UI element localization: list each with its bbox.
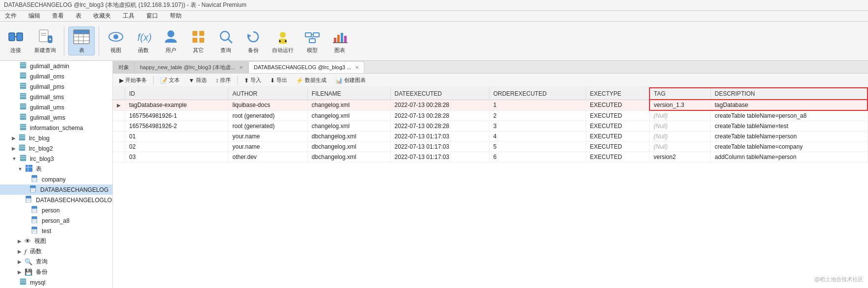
autorun-icon (274, 28, 292, 46)
menu-item-查看[interactable]: 查看 (49, 11, 67, 21)
sidebar-item-company[interactable]: company (0, 174, 112, 184)
menu-item-文件[interactable]: 文件 (2, 11, 20, 21)
svg-rect-37 (334, 38, 336, 43)
table-row[interactable]: 1657564981926-2root (generated)changelog… (113, 121, 868, 131)
table-row[interactable]: 1657564981926-1root (generated)changelog… (113, 110, 868, 121)
col-header-orderexecuted[interactable]: ORDEREXECUTED (489, 88, 586, 100)
col-header-dateexecuted[interactable]: DATEEXECUTED (390, 88, 489, 100)
tab-close-dbchangelog[interactable]: ✕ (355, 65, 359, 70)
svg-rect-84 (26, 196, 31, 198)
sidebar-item-tables_group[interactable]: ▼表 (0, 164, 112, 174)
sub-btn-export[interactable]: ⬇导出 (267, 76, 291, 85)
sidebar-item-lrc_blog[interactable]: ▶lrc_blog (0, 133, 112, 143)
svg-point-16 (113, 34, 118, 39)
sidebar-icon-gulimall_pms (20, 82, 27, 91)
watermark: @稻土地合技术社区 (814, 276, 863, 283)
sidebar-label-tables_group: 表 (36, 165, 42, 173)
sidebar-item-backup_group[interactable]: ▶💾备份 (0, 267, 112, 277)
toolbar-autorun[interactable]: 自动运行 (268, 27, 298, 55)
cell-exectype: EXECUTED (586, 142, 650, 152)
sub-btn-text[interactable]: 📝文本 (157, 76, 183, 85)
sub-btn-filter[interactable]: ▼筛选 (185, 76, 210, 85)
menu-item-工具[interactable]: 工具 (120, 11, 137, 21)
cell-filename: dbchangelog.xml (307, 131, 390, 142)
expand-arrow-views_group: ▶ (18, 238, 22, 244)
col-header-description[interactable]: DESCRIPTION (710, 88, 868, 100)
toolbar-newquery[interactable]: 新建查询 (30, 27, 60, 55)
svg-marker-25 (247, 34, 251, 38)
toolbar-backup[interactable]: 备份 (241, 27, 266, 55)
backup-icon (244, 28, 262, 46)
toolbar-label-backup: 备份 (248, 47, 259, 54)
sidebar-item-views_group[interactable]: ▶👁视图 (0, 236, 112, 246)
sidebar-label-lrc_blog3: lrc_blog3 (30, 156, 54, 162)
toolbar-query[interactable]: 查询 (213, 27, 239, 55)
sidebar-item-gulimall_ums[interactable]: gulimall_ums (0, 102, 112, 112)
sidebar-label-gulimall_admin: gulimall_admin (30, 63, 69, 70)
toolbar-connect[interactable]: 连接 (3, 27, 28, 55)
sidebar-item-gulimall_pms[interactable]: gulimall_pms (0, 81, 112, 92)
sidebar-label-gulimall_ums: gulimall_ums (30, 104, 64, 111)
other-icon (190, 28, 207, 46)
menu-item-收藏夹[interactable]: 收藏夹 (90, 11, 114, 21)
sidebar-label-DATABASECHANGELOGLOCK: DATABASECHANGELOGLOCK (36, 197, 113, 204)
menu-item-帮助[interactable]: 帮助 (167, 11, 185, 21)
sidebar-item-gulimall_sms[interactable]: gulimall_sms (0, 92, 112, 102)
sub-btn-import[interactable]: ⬆导入 (241, 76, 265, 85)
toolbar-model[interactable]: 模型 (299, 27, 325, 55)
table-container: IDAUTHORFILENAMEDATEEXECUTEDORDEREXECUTE… (113, 87, 868, 288)
sidebar-icon-views_group: 👁 (25, 237, 31, 245)
sidebar-item-gulimall_wms[interactable]: gulimall_wms (0, 112, 112, 123)
expand-arrow-lrc_blog3: ▼ (12, 156, 17, 161)
sidebar-label-funcs_group: 函数 (30, 247, 42, 256)
table-row[interactable]: 03other.devdbchangelog.xml2022-07-13 01:… (113, 152, 868, 162)
sidebar-item-queries_group[interactable]: ▶🔍查询 (0, 257, 112, 267)
col-header-filename[interactable]: FILENAME (307, 88, 390, 100)
svg-rect-57 (20, 114, 26, 120)
sidebar-item-lrc_blog3[interactable]: ▼lrc_blog3 (0, 154, 112, 164)
sub-btn-createchart[interactable]: 📊创建图表 (332, 76, 369, 85)
toolbar-other[interactable]: 其它 (186, 27, 211, 55)
sidebar-item-test[interactable]: test (0, 226, 112, 236)
sidebar-item-gulimall_admin[interactable]: gulimall_admin (0, 61, 112, 71)
sidebar-icon-gulimall_wms (20, 113, 27, 122)
tab-obj[interactable]: 对象 (113, 61, 135, 73)
toolbar-func[interactable]: f(x)函数 (131, 27, 156, 55)
sub-btn-datagen[interactable]: ⚡数据生成 (293, 76, 330, 85)
sidebar-item-mysql[interactable]: mysql (0, 277, 112, 288)
table-row[interactable]: 01your.namedbchangelog.xml2022-07-13 01:… (113, 131, 868, 142)
menu-item-编辑[interactable]: 编辑 (26, 11, 43, 21)
toolbar-view[interactable]: 视图 (103, 27, 129, 55)
sidebar-item-funcs_group[interactable]: ▶𝑓函数 (0, 246, 112, 257)
sidebar-item-DATABASECHANGELOGLOCK[interactable]: DATABASECHANGELOGLOCK (0, 195, 112, 205)
toolbar-table[interactable]: 表 (68, 26, 95, 55)
svg-rect-69 (20, 155, 26, 161)
sub-btn-begin-tx[interactable]: ▶开始事务 (116, 76, 150, 85)
col-header-id[interactable]: ID (125, 88, 228, 100)
cell-author: root (generated) (228, 110, 307, 121)
sidebar-item-DATABASECHANGELOG[interactable]: DATABASECHANGELOG (0, 184, 112, 195)
sidebar-icon-backup_group: 💾 (25, 268, 32, 276)
tab-happy[interactable]: happy_new_table @lrc_blog3 (本地虚...✕ (135, 61, 248, 73)
menu-item-窗口[interactable]: 窗口 (143, 11, 161, 21)
menu-item-表[interactable]: 表 (73, 11, 84, 21)
sidebar-item-person_a8[interactable]: person_a8 (0, 215, 112, 226)
import-icon: ⬆ (244, 77, 249, 84)
col-header-tag[interactable]: TAG (650, 88, 711, 100)
toolbar-chart[interactable]: 图表 (327, 27, 353, 55)
tab-dbchangelog[interactable]: DATABASECHANGELOG @lrc_blog3 ...✕ (248, 61, 364, 73)
table-row[interactable]: ▶tagDatabase-exampleliquibase-docschange… (113, 100, 868, 110)
table-row[interactable]: 02your.namedbchangelog.xml2022-07-13 01:… (113, 142, 868, 152)
sidebar-item-person[interactable]: person (0, 205, 112, 215)
sidebar-item-lrc_blog2[interactable]: ▶lrc_blog2 (0, 143, 112, 154)
sidebar-item-gulimall_oms[interactable]: gulimall_oms (0, 71, 112, 81)
toolbar-user[interactable]: 用户 (158, 27, 184, 55)
col-header-author[interactable]: AUTHOR (228, 88, 307, 100)
newquery-icon (36, 28, 54, 46)
sub-btn-label-datagen: 数据生成 (305, 77, 326, 84)
sub-btn-sort[interactable]: ↕排序 (212, 76, 234, 85)
sidebar-item-information_schema[interactable]: information_schema (0, 123, 112, 133)
cell-orderexecuted: 1 (489, 100, 586, 110)
tab-close-happy[interactable]: ✕ (239, 65, 243, 70)
col-header-exectype[interactable]: EXECTYPE (586, 88, 650, 100)
